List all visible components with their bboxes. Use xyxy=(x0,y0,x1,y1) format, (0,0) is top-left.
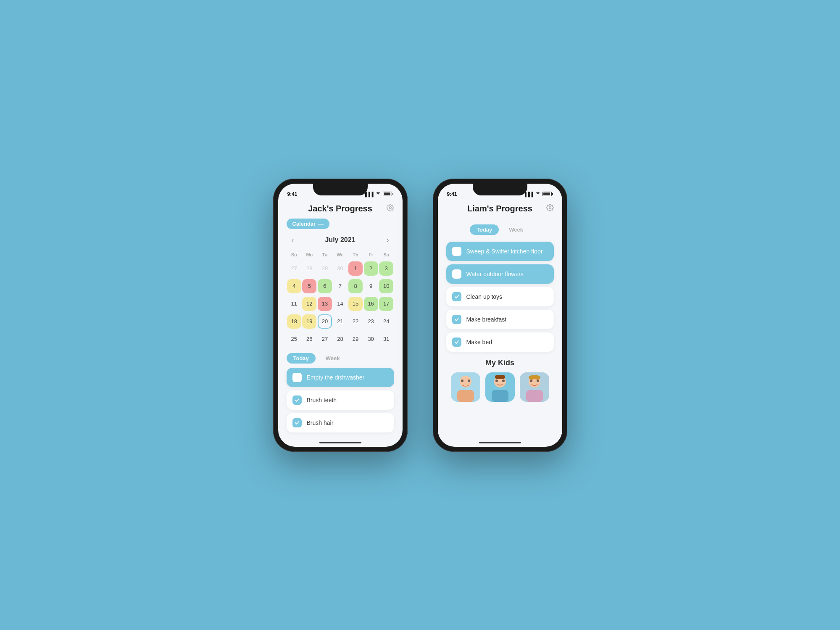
cal-cell-4[interactable]: 4 xyxy=(287,279,301,293)
cal-cell-16[interactable]: 16 xyxy=(364,297,378,311)
page-title-liam: Liam's Progress xyxy=(467,204,532,214)
wifi-icon-liam xyxy=(535,191,541,197)
cal-cell-24[interactable]: 24 xyxy=(379,314,393,329)
cal-cell-7[interactable]: 7 xyxy=(333,279,347,293)
cal-cell-15[interactable]: 15 xyxy=(348,297,363,311)
task-item-water[interactable]: Water outdoor flowers xyxy=(446,264,554,284)
cal-header-tu: Tu xyxy=(317,250,333,259)
prev-month-button[interactable]: ‹ xyxy=(288,234,298,246)
calendar-label: Calendar xyxy=(292,221,316,227)
calendar-nav: ‹ July 2021 › xyxy=(287,234,394,246)
home-indicator-jack xyxy=(319,442,361,443)
calendar-grid: Su Mo Tu We Th Fr Sa 27 28 29 xyxy=(287,250,394,347)
cal-cell-31[interactable]: 31 xyxy=(379,332,393,346)
cal-cell-2[interactable]: 2 xyxy=(364,261,378,276)
cal-header-su: Su xyxy=(287,250,302,259)
task-checkbox-make-bed[interactable] xyxy=(452,337,461,347)
task-checkbox-brush-teeth[interactable] xyxy=(292,395,302,405)
cal-cell-30-grey[interactable]: 30 xyxy=(333,261,347,276)
cal-cell-29[interactable]: 29 xyxy=(348,332,363,346)
cal-cell-8[interactable]: 8 xyxy=(348,279,363,293)
task-item-dishwasher[interactable]: Empty the dishwasher xyxy=(287,368,394,387)
cal-cell-13[interactable]: 13 xyxy=(318,297,332,311)
page-header-jack: Jack's Progress xyxy=(287,200,394,219)
cal-cell-14[interactable]: 14 xyxy=(333,297,347,311)
cal-cell-26[interactable]: 26 xyxy=(302,332,316,346)
next-month-button[interactable]: › xyxy=(383,234,392,246)
week-button-liam[interactable]: Week xyxy=(502,224,530,235)
week-button-jack[interactable]: Week xyxy=(319,353,347,364)
kid-avatar-3[interactable] xyxy=(520,372,549,402)
svg-point-1 xyxy=(549,206,551,208)
cal-cell-18[interactable]: 18 xyxy=(287,314,301,329)
kid-avatar-2[interactable] xyxy=(485,372,515,402)
cal-cell-1[interactable]: 1 xyxy=(348,261,363,276)
view-toggle-jack: Today Week xyxy=(287,353,394,364)
cal-cell-27[interactable]: 27 xyxy=(318,332,332,346)
page-header-liam: Liam's Progress xyxy=(446,200,554,219)
svg-rect-12 xyxy=(495,375,505,379)
svg-point-10 xyxy=(495,380,498,382)
cal-cell-27-grey[interactable]: 27 xyxy=(287,261,301,276)
cal-cell-12[interactable]: 12 xyxy=(302,297,316,311)
task-label-make-bed: Make bed xyxy=(466,339,492,345)
svg-rect-4 xyxy=(457,390,474,402)
kid-avatar-1[interactable] xyxy=(451,372,480,402)
task-label-brush-hair: Brush hair xyxy=(307,419,334,426)
task-item-make-breakfast[interactable]: Make breakfast xyxy=(446,310,554,329)
today-button-jack[interactable]: Today xyxy=(287,353,316,364)
cal-row-1: 27 28 29 30 1 2 3 xyxy=(287,261,394,277)
cal-cell-3[interactable]: 3 xyxy=(379,261,393,276)
task-item-make-bed[interactable]: Make bed xyxy=(446,332,554,352)
cal-cell-25[interactable]: 25 xyxy=(287,332,301,346)
cal-cell-17[interactable]: 17 xyxy=(379,297,393,311)
calendar-pill[interactable]: Calendar — xyxy=(287,219,330,229)
task-checkbox-water[interactable] xyxy=(452,269,461,279)
settings-button-liam[interactable] xyxy=(546,204,554,214)
cal-cell-28-grey[interactable]: 28 xyxy=(302,261,316,276)
screen-liam: Liam's Progress Today Week xyxy=(438,200,562,447)
task-label-clean-toys: Clean up toys xyxy=(466,293,503,300)
cal-cell-20-today[interactable]: 20 xyxy=(318,314,332,329)
cal-cell-10[interactable]: 10 xyxy=(379,279,393,293)
cal-row-4: 18 19 20 21 22 23 24 xyxy=(287,314,394,329)
calendar-month: July 2021 xyxy=(325,236,355,244)
cal-header-we: We xyxy=(332,250,348,259)
cal-cell-23[interactable]: 23 xyxy=(364,314,378,329)
task-label-sweep: Sweep & Swiffer kitchen floor xyxy=(466,248,543,255)
calendar-header-row: Su Mo Tu We Th Fr Sa xyxy=(287,250,394,259)
cal-cell-11[interactable]: 11 xyxy=(287,297,301,311)
task-item-clean-toys[interactable]: Clean up toys xyxy=(446,287,554,306)
kid-image-3 xyxy=(520,372,549,402)
my-kids-title: My Kids xyxy=(446,358,554,367)
cal-cell-30[interactable]: 30 xyxy=(364,332,378,346)
task-checkbox-make-breakfast[interactable] xyxy=(452,315,461,324)
cal-cell-5[interactable]: 5 xyxy=(302,279,316,293)
cal-cell-29-grey[interactable]: 29 xyxy=(318,261,332,276)
task-checkbox-sweep[interactable] xyxy=(452,247,461,256)
task-label-dishwasher: Empty the dishwasher xyxy=(307,374,365,381)
svg-point-11 xyxy=(502,380,505,382)
settings-button-jack[interactable] xyxy=(387,204,394,214)
time-liam: 9:41 xyxy=(447,191,457,197)
cal-row-2: 4 5 6 7 8 9 10 xyxy=(287,278,394,294)
wifi-icon-jack xyxy=(375,191,381,197)
page-title-jack: Jack's Progress xyxy=(308,204,372,214)
notch xyxy=(313,184,368,195)
cal-cell-28[interactable]: 28 xyxy=(333,332,347,346)
cal-cell-6[interactable]: 6 xyxy=(318,279,332,293)
task-item-sweep[interactable]: Sweep & Swiffer kitchen floor xyxy=(446,242,554,261)
task-checkbox-dishwasher[interactable] xyxy=(292,373,302,382)
cal-row-3: 11 12 13 14 15 16 17 xyxy=(287,296,394,312)
calendar-pill-icon: — xyxy=(318,221,324,227)
task-item-brush-hair[interactable]: Brush hair xyxy=(287,413,394,432)
calendar-jack: ‹ July 2021 › Su Mo Tu We Th Fr Sa xyxy=(287,234,394,347)
cal-cell-21[interactable]: 21 xyxy=(333,314,347,329)
task-item-brush-teeth[interactable]: Brush teeth xyxy=(287,390,394,410)
task-checkbox-clean-toys[interactable] xyxy=(452,292,461,301)
task-checkbox-brush-hair[interactable] xyxy=(292,418,302,427)
cal-cell-19[interactable]: 19 xyxy=(302,314,316,329)
cal-cell-9[interactable]: 9 xyxy=(364,279,378,293)
today-button-liam[interactable]: Today xyxy=(470,224,499,235)
cal-cell-22[interactable]: 22 xyxy=(348,314,363,329)
